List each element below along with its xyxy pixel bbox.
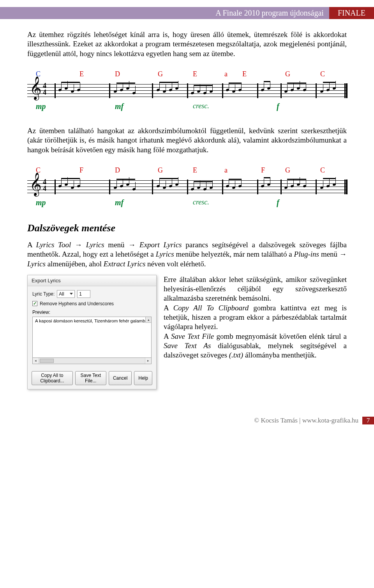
chord-row-2: CFDGEaFGC bbox=[27, 166, 347, 175]
lyric-type-dropdown[interactable]: All bbox=[57, 290, 75, 298]
footer-text: © Kocsis Tamás | www.kota-grafika.hu bbox=[254, 417, 358, 424]
chord-symbol: G bbox=[285, 70, 290, 78]
right-column-text: Erre általában akkor lehet szükségünk, a… bbox=[164, 275, 347, 389]
preview-label: Preview: bbox=[32, 310, 152, 315]
paragraph-1: Az ütemhez rögzítés lehetőséget kínál ar… bbox=[27, 30, 347, 58]
chord-symbol: G bbox=[158, 166, 163, 174]
right-para-1: Erre általában akkor lehet szükségünk, a… bbox=[164, 275, 347, 303]
section-heading-lyrics-export: Dalszövegek mentése bbox=[27, 222, 347, 234]
paragraph-2: Az ütemben található hangokat az akkords… bbox=[27, 126, 347, 155]
dynamics-row-2: mpmfcresc.f bbox=[27, 198, 347, 208]
right-para-3: A Save Text File gomb megnyomását követő… bbox=[164, 332, 347, 360]
dynamic-marking: f bbox=[277, 198, 279, 207]
dynamic-marking: mp bbox=[36, 102, 46, 111]
footer-page-number: 7 bbox=[362, 417, 374, 424]
cancel-button[interactable]: Cancel bbox=[109, 371, 132, 385]
chord-symbol: a bbox=[224, 166, 228, 174]
scroll-left-button[interactable]: ◂ bbox=[33, 358, 39, 364]
music-example-1: CEDGEaEGC 𝄞44 mpmfcresc.f bbox=[27, 70, 347, 111]
chord-symbol: C bbox=[320, 70, 325, 78]
chord-symbol: C bbox=[320, 166, 325, 174]
page-footer: © Kocsis Tamás | www.kota-grafika.hu 7 bbox=[0, 417, 374, 434]
preview-text: A kaposi álomáson keresztül, Tizenhárom … bbox=[35, 319, 149, 323]
chord-symbol: a bbox=[224, 70, 228, 78]
preview-textarea[interactable]: A kaposi álomáson keresztül, Tizenhárom … bbox=[32, 317, 152, 358]
chord-symbol: E bbox=[242, 70, 247, 78]
staff-2: 𝄞44 bbox=[27, 176, 347, 197]
dynamic-marking: mf bbox=[115, 198, 123, 207]
lyric-type-label: Lyric Type: bbox=[32, 291, 55, 297]
chord-symbol: D bbox=[115, 70, 120, 78]
chord-symbol: E bbox=[193, 70, 197, 78]
chord-symbol: F bbox=[79, 166, 83, 174]
chevron-down-icon bbox=[70, 293, 73, 295]
dynamic-marking: cresc. bbox=[193, 198, 209, 206]
scroll-up-button[interactable]: ▴ bbox=[145, 317, 151, 323]
lyric-number-input[interactable]: 1 bbox=[77, 290, 90, 298]
export-lyrics-dialog: Export Lyrics Lyric Type: All 1 ✓ Remove… bbox=[27, 275, 157, 389]
dynamic-marking: mp bbox=[36, 198, 46, 207]
dynamic-marking: cresc. bbox=[193, 102, 209, 110]
chord-symbol: G bbox=[158, 70, 163, 78]
lyric-type-value: All bbox=[59, 291, 64, 297]
remove-hyphens-checkbox[interactable]: ✓ bbox=[32, 301, 37, 306]
help-button[interactable]: Help bbox=[134, 371, 152, 385]
chord-symbol: E bbox=[193, 166, 197, 174]
dynamic-marking: f bbox=[277, 102, 279, 111]
dynamics-row-1: mpmfcresc.f bbox=[27, 102, 347, 111]
chord-symbol: F bbox=[261, 166, 265, 174]
chord-symbol: E bbox=[79, 70, 84, 78]
dynamic-marking: mf bbox=[115, 102, 123, 111]
save-text-file-button[interactable]: Save Text File... bbox=[75, 371, 106, 385]
copy-all-to-clipboard-button[interactable]: Copy All to Clipboard... bbox=[32, 371, 73, 385]
horizontal-scrollbar[interactable]: ◂ ▸ bbox=[32, 358, 152, 364]
page-header: A Finale 2010 program újdonságai FINALE bbox=[0, 7, 374, 19]
remove-hyphens-label: Remove Hyphens and Underscores bbox=[40, 301, 114, 306]
header-title: A Finale 2010 program újdonságai bbox=[0, 7, 329, 19]
scroll-right-button[interactable]: ▸ bbox=[145, 358, 151, 364]
music-example-2: CFDGEaFGC 𝄞44 mpmfcresc.f bbox=[27, 166, 347, 208]
chord-symbol: G bbox=[285, 166, 290, 174]
paragraph-3: A Lyrics Tool → Lyrics menü → Export Lyr… bbox=[27, 240, 347, 269]
chord-row-1: CEDGEaEGC bbox=[27, 70, 347, 79]
staff-1: 𝄞44 bbox=[27, 80, 347, 101]
scroll-track[interactable] bbox=[55, 358, 145, 364]
right-para-2: A Copy All To Clipboard gombra kattintva… bbox=[164, 303, 347, 332]
header-brand: FINALE bbox=[329, 7, 374, 19]
dialog-title: Export Lyrics bbox=[28, 275, 156, 286]
scroll-thumb[interactable] bbox=[40, 359, 54, 363]
chord-symbol: D bbox=[115, 166, 120, 174]
